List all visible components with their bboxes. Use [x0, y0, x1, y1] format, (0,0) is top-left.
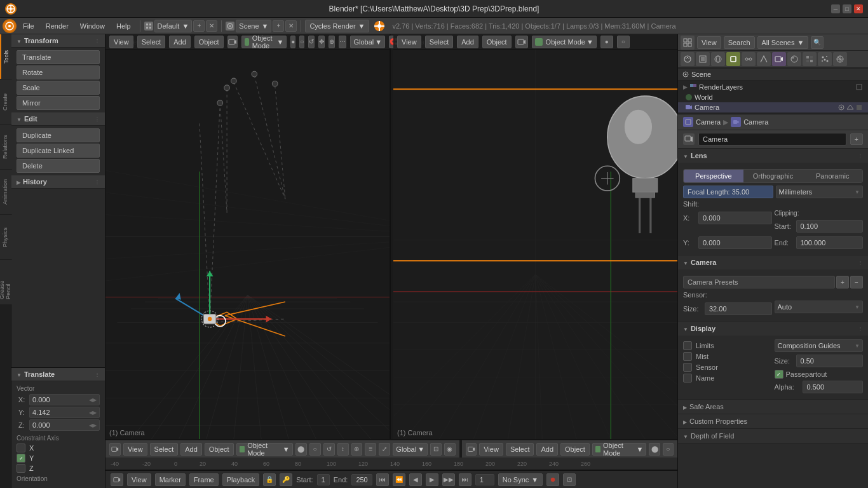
tl-current-frame[interactable]: 1 — [475, 474, 494, 485]
view-extra[interactable]: ⋯ — [339, 36, 346, 48]
outliner-world[interactable]: World — [678, 92, 868, 102]
menu-window[interactable]: Window — [75, 20, 110, 32]
x-constraint-checkbox[interactable] — [17, 444, 25, 452]
tab-perspective[interactable]: Perspective — [684, 170, 743, 182]
right-mode-select[interactable]: Object Mode▼ — [592, 443, 647, 456]
right-add-menu-btn[interactable]: Add — [457, 36, 478, 48]
x-arrow[interactable]: ◀▶ — [89, 397, 97, 403]
left-tb-add[interactable]: Add — [180, 443, 202, 456]
select-menu-btn[interactable]: Select — [137, 36, 166, 48]
start-field[interactable]: 0.100 — [796, 220, 864, 233]
camera-render[interactable] — [855, 104, 863, 111]
tl-key[interactable]: 🔑 — [280, 473, 292, 486]
right-object-mode-selector[interactable]: Object Mode ▼ — [532, 36, 597, 48]
workspace-selector[interactable]: Default ▼ — [154, 20, 193, 32]
duplicate-btn[interactable]: Duplicate — [17, 128, 100, 142]
prop-f-btn[interactable]: + — [850, 133, 863, 145]
x-value-field[interactable]: 0.000 ◀▶ — [29, 394, 100, 405]
view-mode-solid[interactable]: ● — [290, 36, 295, 48]
prop-icon-particle[interactable] — [818, 52, 832, 66]
transform-section-header[interactable]: Transform ⋮ — [11, 34, 105, 48]
tab-tools[interactable]: Tools — [0, 34, 11, 79]
right-tb-icon1[interactable]: ⬤ — [649, 443, 660, 456]
maximize-button[interactable]: □ — [843, 4, 851, 13]
z-value-field[interactable]: 0.000 ◀▶ — [29, 419, 100, 431]
outliner-renderlayers[interactable]: ▶ RenderLayers — [678, 82, 868, 92]
depth-of-field-header[interactable]: Depth of Field — [678, 429, 868, 443]
tl-frame[interactable]: Frame — [189, 473, 219, 486]
z-constraint-checkbox[interactable] — [17, 464, 25, 473]
y-value-field[interactable]: 4.142 ◀▶ — [29, 407, 100, 418]
camera-section-header[interactable]: Camera ⋮ — [678, 255, 868, 269]
blender-logo-btn[interactable] — [3, 19, 17, 33]
right-view-mode-solid[interactable]: ● — [600, 36, 613, 48]
comp-guides-select[interactable]: Composition Guides ▼ — [775, 339, 864, 352]
props-search-icon[interactable]: 🔍 — [811, 36, 824, 49]
viewport-camera-icon[interactable] — [227, 36, 238, 48]
left-tb-icon4[interactable]: ↕ — [337, 443, 349, 456]
right-object-menu-btn[interactable]: Object — [482, 36, 512, 48]
y-arrow[interactable]: ◀▶ — [89, 410, 97, 416]
close-button[interactable]: ✕ — [854, 4, 863, 13]
tl-end-field[interactable]: 250 — [351, 474, 372, 485]
limits-checkbox[interactable] — [683, 341, 692, 350]
safe-areas-header[interactable]: Safe Areas — [678, 400, 868, 414]
left-tb-icon1[interactable]: ⬤ — [295, 443, 307, 456]
scene-remove-btn[interactable]: ✕ — [285, 20, 297, 32]
tl-playback[interactable]: Playback — [222, 473, 260, 486]
view-pan[interactable]: ✥ — [318, 36, 325, 48]
workspace-remove-btn[interactable]: ✕ — [206, 20, 217, 32]
left-tb-object[interactable]: Object — [205, 443, 234, 456]
tl-marker[interactable]: Marker — [155, 473, 186, 486]
y-constraint-checkbox[interactable]: ✓ — [17, 454, 25, 463]
left-tb-view[interactable]: View — [123, 443, 147, 456]
size-field[interactable]: 32.00 — [705, 302, 772, 315]
left-tb-prop[interactable]: ◉ — [444, 443, 456, 456]
render-engine-selector[interactable]: Cycles Render ▼ — [305, 20, 369, 32]
left-tb-icon7[interactable]: ⤢ — [379, 443, 390, 456]
app-logo[interactable] — [5, 3, 17, 15]
object-mode-selector[interactable]: Object Mode ▼ — [241, 36, 287, 48]
view-mode-wire[interactable]: ○ — [299, 36, 304, 48]
scene-add-btn[interactable]: + — [273, 20, 284, 32]
props-view-icon[interactable] — [681, 36, 695, 50]
props-search-btn[interactable]: Search — [724, 36, 755, 49]
left-tb-icon2[interactable]: ○ — [309, 443, 321, 456]
prop-icon-scene[interactable] — [681, 52, 695, 66]
tab-animation[interactable]: Animation — [0, 170, 11, 214]
scale-btn[interactable]: Scale — [17, 81, 100, 95]
prop-icon-object[interactable] — [726, 52, 740, 66]
global-selector[interactable]: Global▼ — [350, 36, 385, 48]
right-view-menu-btn[interactable]: View — [397, 36, 421, 48]
mirror-btn[interactable]: Mirror — [17, 96, 100, 110]
minimize-button[interactable]: ─ — [831, 4, 840, 13]
left-tb-icon3[interactable]: ↺ — [323, 443, 335, 456]
view-rotate[interactable]: ↺ — [308, 36, 315, 48]
left-tb-icon6[interactable]: ≡ — [365, 443, 376, 456]
tl-next-frame[interactable]: ▶▶ — [442, 473, 455, 486]
tab-create[interactable]: Create — [0, 79, 11, 124]
scenes-selector[interactable]: All Scenes▼ — [757, 36, 809, 49]
focal-unit-select[interactable]: Millimeters ▼ — [776, 186, 864, 198]
camera-select[interactable] — [846, 104, 854, 111]
prop-icon-data[interactable] — [772, 52, 786, 66]
left-mode-select[interactable]: Object Mode▼ — [236, 443, 293, 456]
name-checkbox[interactable] — [683, 374, 692, 383]
tl-snap[interactable]: ⊡ — [563, 473, 576, 486]
outliner-scene[interactable]: Scene — [682, 71, 711, 78]
right-select-menu-btn[interactable]: Select — [425, 36, 454, 48]
shift-x-field[interactable]: 0.000 — [698, 212, 772, 224]
props-view-btn[interactable]: View — [697, 36, 721, 49]
translate-btn[interactable]: Translate — [17, 50, 100, 64]
right-viewport-camera-icon[interactable] — [515, 36, 528, 48]
sensor-display-checkbox[interactable] — [683, 363, 692, 372]
menu-render[interactable]: Render — [41, 20, 74, 32]
rotate-btn[interactable]: Rotate — [17, 65, 100, 79]
tl-start-field[interactable]: 1 — [317, 474, 330, 485]
left-vp-cam-icon[interactable] — [109, 443, 121, 456]
auto-select[interactable]: Auto ▼ — [775, 301, 864, 313]
tl-prev-key[interactable]: ⏪ — [393, 473, 405, 486]
presets-add-btn[interactable]: + — [836, 276, 849, 288]
presets-remove-btn[interactable]: − — [850, 276, 863, 288]
size-display-field[interactable]: 0.50 — [796, 355, 864, 367]
